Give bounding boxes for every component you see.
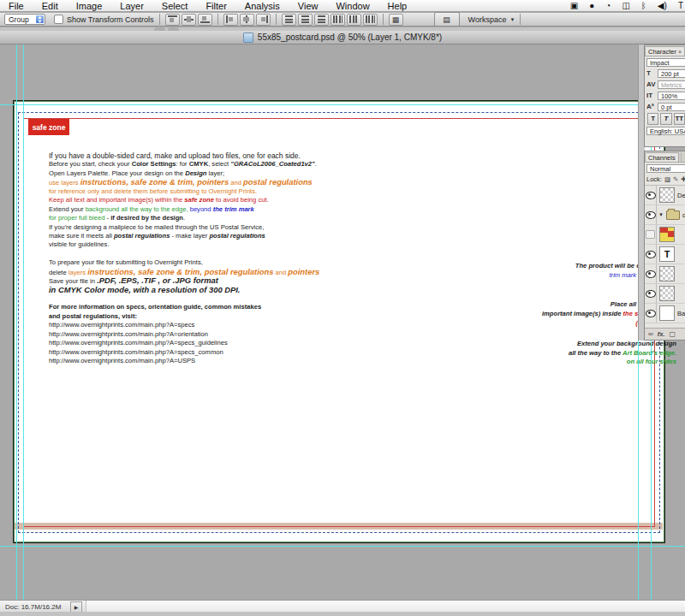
workspace-label: Workspace (468, 15, 507, 24)
menu-clock-text[interactable]: T (678, 1, 683, 11)
menu-layer[interactable]: Layer (120, 1, 144, 11)
align-horizontal-centers-button[interactable] (240, 14, 254, 26)
lock-paint-icon[interactable]: ✎ (673, 175, 678, 183)
align-top-edges-button[interactable] (165, 14, 180, 26)
language-select[interactable]: English: USA (646, 127, 685, 135)
text-segment: Color Settings (132, 160, 176, 168)
layer-row[interactable] (645, 225, 685, 245)
tool-preset-select[interactable]: Group ▲▼ (4, 14, 45, 25)
disclosure-triangle-icon[interactable]: ▼ (658, 212, 664, 217)
text-segment: postal regulations (209, 232, 265, 240)
layer-row[interactable]: ▼de (645, 205, 685, 225)
annotation-safe-zone: Place all teimportant image(s) inside th… (542, 299, 644, 328)
font-size-field[interactable]: 200 pt (658, 69, 685, 78)
align-left-edges-button[interactable] (223, 14, 238, 26)
document-title-bar[interactable]: 55x85_postcard.psd @ 50% (Layer 1, CMYK/… (0, 31, 685, 44)
layer-row[interactable]: Des (645, 186, 685, 205)
text-segment: Design (185, 169, 206, 177)
text-segment: - make layer (170, 232, 209, 240)
menu-image[interactable]: Image (76, 1, 103, 11)
close-icon[interactable]: × (678, 49, 682, 55)
visibility-toggle[interactable] (645, 186, 657, 204)
link-layers-icon[interactable]: ∞ (648, 330, 653, 339)
text-segment: and postal regulations, visit: (49, 312, 137, 320)
lock-position-icon[interactable]: ✚ (681, 175, 685, 183)
ichat-icon[interactable]: ▣ (570, 1, 578, 11)
visibility-toggle[interactable] (645, 284, 657, 303)
empty-visibility-well (646, 230, 655, 239)
status-dot-icon[interactable]: ● (589, 1, 594, 11)
menu-help[interactable]: Help (388, 1, 408, 11)
distribute-left-edges-button[interactable] (331, 14, 345, 26)
tool-options-bar: Group ▲▼ Show Transform Controls ▦ ▤ Wor… (0, 13, 685, 27)
layer-row[interactable] (645, 284, 685, 304)
menu-file[interactable]: File (9, 1, 24, 11)
align-button-group: ▦ (389, 14, 403, 26)
doc-size-readout: Doc: 16.7M/16.2M (0, 603, 70, 611)
layer-row[interactable] (645, 264, 685, 284)
menu-filter[interactable]: Filter (206, 1, 226, 11)
time-machine-icon[interactable]: ◔ (605, 1, 611, 11)
guide-vertical[interactable] (16, 44, 17, 600)
guide-horizontal[interactable] (0, 546, 685, 547)
visibility-toggle[interactable] (645, 304, 657, 323)
status-flyout-button[interactable]: ▶ (70, 601, 82, 613)
horizontal-scrollbar[interactable] (86, 601, 685, 613)
menu-analysis[interactable]: Analysis (245, 1, 280, 11)
tab-character[interactable]: Character× (645, 46, 685, 56)
type-style-button-bold[interactable]: T (647, 113, 658, 125)
visibility-toggle[interactable] (645, 264, 657, 283)
layer-mask-icon[interactable]: ▢ (669, 330, 676, 339)
binoculars-icon[interactable]: ◫ (622, 1, 629, 11)
auto-align-layers-button[interactable]: ▦ (389, 14, 403, 26)
menu-window[interactable]: Window (336, 1, 369, 11)
distribute-top-edges-button[interactable] (282, 14, 296, 26)
checkbox-icon[interactable] (54, 15, 63, 24)
distribute-vertical-centers-button[interactable] (298, 14, 313, 26)
type-style-button-caps[interactable]: TT (674, 113, 685, 125)
distribute-bottom-edges-button[interactable] (314, 14, 329, 26)
stepper-icon[interactable]: ▲▼ (36, 15, 44, 23)
visibility-toggle[interactable] (645, 245, 657, 264)
vertical-scale-field[interactable]: 100% (658, 92, 685, 100)
volume-icon[interactable]: ◀) (658, 1, 667, 11)
layer-row[interactable]: T (645, 245, 685, 264)
baseline-shift-field[interactable]: 0 pt (658, 103, 685, 111)
align-right-edges-button[interactable] (256, 14, 271, 26)
align-vertical-centers-button[interactable] (182, 14, 196, 26)
layer-row[interactable]: Ba (645, 304, 685, 323)
distribute-horizontal-centers-button[interactable] (347, 14, 361, 26)
text-segment: important image(s) inside (542, 310, 623, 317)
visibility-toggle[interactable] (645, 205, 657, 224)
annotation-artboard-edge: Extend your background designall the way… (569, 340, 676, 367)
kerning-field[interactable]: Metrics (658, 80, 685, 89)
show-transform-controls-checkbox[interactable]: Show Transform Controls (54, 15, 154, 24)
divider (217, 14, 218, 25)
go-to-bridge-button[interactable]: ▤ (434, 12, 460, 27)
text-segment: CMYK (189, 160, 208, 168)
type-style-button-italic[interactable]: T (660, 113, 671, 125)
lock-transparency-icon[interactable]: ▨ (664, 175, 670, 183)
tab-paths[interactable]: Pat (681, 153, 685, 162)
text-segment: "GRACoL2006_Coated1v2" (230, 160, 314, 168)
text-segment: instructions, safe zone & trim, postal r… (87, 267, 273, 276)
layer-style-icon[interactable]: fx. (658, 330, 665, 339)
bluetooth-icon[interactable]: ᛒ (641, 1, 646, 11)
distribute-right-edges-button[interactable] (363, 14, 378, 26)
text-segment: background all the way to the edge, (86, 205, 188, 213)
workspace-dropdown[interactable]: Workspace ▼ (468, 15, 515, 24)
status-bar: Doc: 16.7M/16.2M ▶ (0, 600, 685, 613)
layer-thumbnail: T (659, 246, 675, 262)
menu-edit[interactable]: Edit (42, 1, 58, 11)
guide-horizontal[interactable] (0, 104, 685, 105)
menu-select[interactable]: Select (162, 1, 188, 11)
font-family-field[interactable]: Impact (646, 58, 685, 67)
flyout-arrow-icon: ▶ (74, 604, 79, 610)
visibility-toggle[interactable] (645, 225, 657, 244)
menu-view[interactable]: View (298, 1, 319, 11)
align-left-edges-icon (226, 15, 235, 23)
guide-vertical[interactable] (23, 44, 24, 600)
align-bottom-edges-button[interactable] (198, 14, 212, 26)
tab-channels[interactable]: Channels (645, 152, 679, 162)
blend-mode-select[interactable]: Normal (646, 164, 685, 173)
